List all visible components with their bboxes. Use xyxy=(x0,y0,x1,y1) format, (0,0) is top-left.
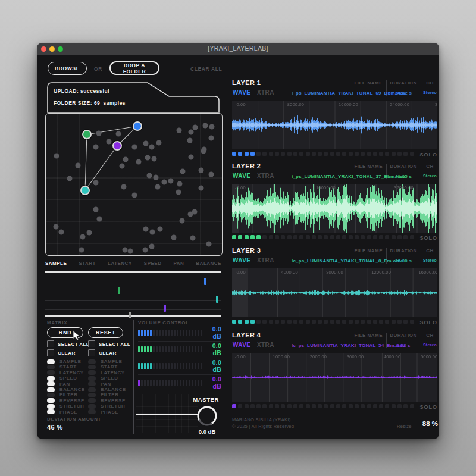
matrix-toggle-latency-col1[interactable]: LATENCY xyxy=(47,370,84,375)
step-square[interactable] xyxy=(336,320,340,324)
step-square[interactable] xyxy=(410,235,414,239)
step-square[interactable] xyxy=(281,404,285,408)
layer-slider-2[interactable] xyxy=(45,284,221,293)
matrix-toggle-speed-col2[interactable]: SPEED xyxy=(88,375,118,381)
step-square[interactable] xyxy=(373,152,377,156)
step-square[interactable] xyxy=(238,404,242,408)
step-square[interactable] xyxy=(361,404,365,408)
select-all-checkbox-col2[interactable]: SELECT ALL xyxy=(88,340,130,347)
resize-control[interactable]: Resize xyxy=(397,424,412,429)
step-square[interactable] xyxy=(361,152,365,156)
step-square[interactable] xyxy=(312,152,316,156)
step-square[interactable] xyxy=(397,320,402,324)
step-square[interactable] xyxy=(324,152,328,156)
step-square[interactable] xyxy=(293,320,298,324)
waveform-display[interactable]: -0.001000.002000.003000.004000.005000.00 xyxy=(232,353,437,402)
toggle-pill-icon[interactable] xyxy=(88,365,96,369)
matrix-toggle-speed-col1[interactable]: SPEED xyxy=(47,375,77,381)
layer-slider-3[interactable] xyxy=(45,293,221,302)
step-square[interactable] xyxy=(410,404,414,408)
matrix-toggle-balance-col2[interactable]: BALANCE xyxy=(88,387,126,392)
step-square[interactable] xyxy=(392,152,396,156)
toggle-pill-icon[interactable] xyxy=(88,387,96,392)
step-square[interactable] xyxy=(342,404,346,408)
toggle-pill-icon[interactable] xyxy=(47,404,55,409)
param-tab-sample[interactable]: SAMPLE xyxy=(45,261,67,266)
step-square[interactable] xyxy=(293,404,298,408)
step-square[interactable] xyxy=(250,235,255,239)
step-square[interactable] xyxy=(379,152,383,156)
step-square[interactable] xyxy=(281,320,285,324)
wave-tab[interactable]: WAVE xyxy=(233,257,250,264)
wave-tab[interactable]: WAVE xyxy=(233,89,250,96)
step-square[interactable] xyxy=(262,235,267,239)
step-square[interactable] xyxy=(318,404,322,408)
solo-button[interactable]: SOLO xyxy=(419,235,437,241)
step-square[interactable] xyxy=(410,152,414,156)
step-square[interactable] xyxy=(262,152,267,156)
step-square[interactable] xyxy=(312,404,316,408)
clear-checkbox-col2[interactable]: CLEAR xyxy=(88,349,117,356)
step-square[interactable] xyxy=(232,235,236,239)
step-square[interactable] xyxy=(269,404,273,408)
matrix-toggle-sample-col1[interactable]: SAMPLE xyxy=(47,359,81,364)
step-square[interactable] xyxy=(262,320,267,324)
step-square[interactable] xyxy=(397,404,402,408)
step-square[interactable] xyxy=(312,235,316,239)
matrix-toggle-reverse-col1[interactable]: REVERSE xyxy=(47,398,84,403)
toggle-pill-icon[interactable] xyxy=(47,376,55,381)
step-square[interactable] xyxy=(385,404,389,408)
step-square[interactable] xyxy=(250,152,255,156)
step-square[interactable] xyxy=(256,404,261,408)
matrix-toggle-sample-col2[interactable]: SAMPLE xyxy=(88,359,122,364)
step-square[interactable] xyxy=(299,235,303,239)
step-square[interactable] xyxy=(336,404,340,408)
toggle-pill-icon[interactable] xyxy=(88,398,96,403)
matrix-toggle-pan-col1[interactable]: PAN xyxy=(47,381,70,387)
step-square[interactable] xyxy=(367,235,371,239)
matrix-toggle-phase-col2[interactable]: PHASE xyxy=(88,409,118,415)
toggle-pill-icon[interactable] xyxy=(88,370,96,375)
step-square[interactable] xyxy=(269,152,273,156)
param-tab-balance[interactable]: BALANCE xyxy=(196,261,221,266)
step-square[interactable] xyxy=(318,235,322,239)
step-square[interactable] xyxy=(293,235,298,239)
drop-a-folder-button[interactable]: DROP A FOLDER xyxy=(109,61,159,75)
matrix-toggle-stretch-col2[interactable]: STRETCH xyxy=(88,403,125,409)
param-tab-speed[interactable]: SPEED xyxy=(144,261,162,266)
step-square[interactable] xyxy=(385,235,389,239)
step-square[interactable] xyxy=(355,235,359,239)
matrix-toggle-filter-col1[interactable]: FILTER xyxy=(47,392,77,397)
matrix-toggle-balance-col1[interactable]: BALANCE xyxy=(47,387,85,392)
step-square[interactable] xyxy=(355,320,359,324)
step-square[interactable] xyxy=(385,152,389,156)
step-square[interactable] xyxy=(245,320,249,324)
toggle-pill-icon[interactable] xyxy=(88,393,96,397)
step-square[interactable] xyxy=(355,152,359,156)
toggle-pill-icon[interactable] xyxy=(88,381,96,386)
step-square[interactable] xyxy=(379,404,383,408)
step-square[interactable] xyxy=(232,404,236,408)
param-tab-pan[interactable]: PAN xyxy=(173,261,184,266)
layer-slider-4[interactable] xyxy=(45,302,221,311)
step-square[interactable] xyxy=(287,320,292,324)
step-square[interactable] xyxy=(349,235,353,239)
step-square[interactable] xyxy=(287,404,292,408)
wave-tab[interactable]: WAVE xyxy=(233,173,250,179)
step-square[interactable] xyxy=(281,235,285,239)
slider-handle[interactable] xyxy=(164,305,166,312)
step-square[interactable] xyxy=(330,235,334,239)
matrix-toggle-stretch-col1[interactable]: STRETCH xyxy=(47,403,84,409)
step-square[interactable] xyxy=(318,152,322,156)
step-square[interactable] xyxy=(403,235,408,239)
step-square[interactable] xyxy=(281,152,285,156)
wave-tab[interactable]: WAVE xyxy=(233,342,250,348)
step-square[interactable] xyxy=(269,235,273,239)
step-square[interactable] xyxy=(324,320,328,324)
step-square[interactable] xyxy=(373,320,377,324)
clear-checkbox-col1[interactable]: CLEAR xyxy=(47,349,76,356)
step-square[interactable] xyxy=(256,152,261,156)
solo-button[interactable]: SOLO xyxy=(419,152,437,158)
step-square[interactable] xyxy=(275,235,279,239)
waveform-display[interactable]: -0.008000.0016000.0024000.0032000.00 xyxy=(232,101,437,149)
